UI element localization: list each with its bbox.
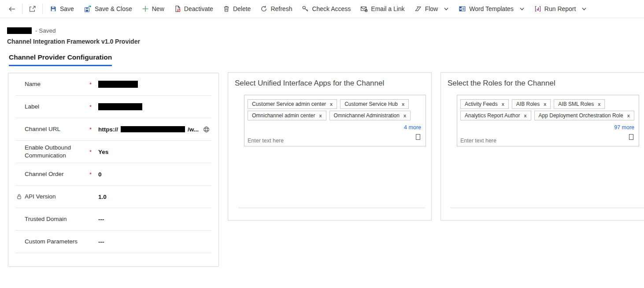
roles-section: Select the Roles for the Channel Activit…	[440, 72, 644, 221]
refresh-label: Refresh	[270, 5, 292, 12]
check-access-button[interactable]: Check Access	[297, 0, 355, 18]
email-a-link-button[interactable]: Email a Link	[355, 0, 409, 18]
apps-multiselect-box[interactable]: Customer Service admin centerx Customer …	[244, 95, 426, 146]
save-button[interactable]: Save	[45, 0, 79, 18]
role-chip: App Deployment Orchestration Rolex	[534, 111, 634, 120]
flow-button[interactable]: Flow	[410, 0, 454, 18]
apps-section-title: Select Unified Interface Apps for the Ch…	[228, 73, 431, 88]
new-button[interactable]: New	[137, 0, 169, 18]
field-label-channel-order: Channel Order	[25, 170, 89, 178]
apps-more-link[interactable]: 4 more	[404, 124, 421, 131]
remove-tag-icon[interactable]: x	[502, 102, 504, 107]
roles-chip-list: Activity Feedsx AIB Rolesx AIB SML Roles…	[457, 95, 639, 120]
open-url-button[interactable]	[203, 126, 210, 133]
search-icon[interactable]	[629, 134, 633, 140]
key-icon	[302, 5, 309, 12]
save-icon	[50, 5, 57, 12]
remove-tag-icon[interactable]: x	[524, 113, 526, 118]
back-button[interactable]	[4, 0, 20, 18]
roles-more-link[interactable]: 97 more	[614, 124, 634, 131]
field-row-api-version: API Version 1.0	[15, 186, 211, 208]
deactivate-button[interactable]: Deactivate	[169, 0, 218, 18]
plus-icon	[142, 5, 149, 12]
remove-tag-icon[interactable]: x	[403, 113, 406, 118]
app-chip-label: Omnichannel Administration	[334, 112, 400, 119]
field-value-channel-order[interactable]: 0	[98, 171, 211, 178]
field-label-channel-url: Channel URL	[25, 125, 89, 133]
remove-tag-icon[interactable]: x	[402, 102, 404, 107]
remove-tag-icon[interactable]: x	[598, 102, 600, 107]
field-row-trusted-domain: Trusted Domain ---	[15, 208, 211, 231]
field-row-label: Label *	[15, 96, 211, 118]
role-chip: AIB SML Rolesx	[554, 99, 605, 109]
unified-interface-apps-section: Select Unified Interface Apps for the Ch…	[228, 72, 432, 221]
field-label-trusted-domain: Trusted Domain	[25, 215, 89, 223]
role-chip: Analytics Report Authorx	[460, 111, 531, 120]
back-arrow-icon	[8, 5, 16, 13]
required-icon: *	[89, 103, 98, 110]
role-chip: AIB Rolesx	[512, 99, 551, 109]
globe-icon	[203, 126, 210, 133]
role-chip-label: AIB SML Roles	[558, 101, 594, 107]
refresh-button[interactable]: Refresh	[255, 0, 297, 18]
app-chip-label: Omnichannel admin center	[252, 112, 315, 119]
roles-search-input[interactable]	[460, 138, 557, 144]
save-and-close-button[interactable]: Save & Close	[79, 0, 137, 18]
required-icon: *	[89, 148, 98, 155]
run-report-button[interactable]: Run Report	[529, 0, 592, 18]
word-templates-label: Word Templates	[469, 5, 514, 12]
remove-tag-icon[interactable]: x	[330, 102, 333, 107]
field-label-custom-parameters: Custom Parameters	[25, 238, 89, 246]
app-chip: Omnichannel admin centerx	[248, 111, 326, 120]
remove-tag-icon[interactable]: x	[627, 113, 630, 118]
role-chip-label: App Deployment Orchestration Role	[539, 112, 623, 119]
remove-tag-icon[interactable]: x	[544, 102, 546, 107]
refresh-icon	[260, 5, 267, 12]
field-row-channel-url: Channel URL * https:///w...	[15, 118, 211, 141]
app-chip: Customer Service Hubx	[340, 99, 409, 109]
field-value-label[interactable]	[98, 103, 211, 110]
roles-multiselect-box[interactable]: Activity Feedsx AIB Rolesx AIB SML Roles…	[457, 95, 639, 146]
field-label-api-version: API Version	[25, 193, 89, 201]
deactivate-label: Deactivate	[184, 5, 213, 12]
app-chip-label: Customer Service Hub	[344, 101, 398, 107]
field-value-channel-url[interactable]: https:///w...	[98, 126, 211, 133]
delete-button[interactable]: Delete	[218, 0, 255, 18]
url-suffix: /w...	[188, 126, 199, 133]
spacer	[89, 242, 98, 242]
tab-strip: Channel Provider Configuration	[9, 53, 112, 66]
word-templates-button[interactable]: Word Templates	[454, 0, 529, 18]
toolbar-divider	[42, 4, 43, 14]
redacted-record-name	[7, 27, 32, 34]
apps-search-input[interactable]	[248, 138, 344, 144]
popout-button[interactable]	[25, 0, 40, 18]
record-header: - Saved Channel Integration Framework v1…	[7, 26, 140, 45]
search-icon[interactable]	[416, 134, 420, 140]
roles-section-title: Select the Roles for the Channel	[441, 73, 644, 88]
app-chip-label: Customer Service admin center	[252, 101, 326, 107]
field-value-custom-parameters[interactable]: ---	[98, 239, 211, 245]
field-row-name: Name *	[15, 73, 211, 96]
required-icon: *	[89, 81, 98, 88]
popout-icon	[29, 5, 36, 13]
redacted-value	[121, 126, 185, 132]
role-chip: Activity Feedsx	[460, 99, 509, 109]
save-label: Save	[60, 5, 74, 12]
required-icon: *	[89, 126, 98, 133]
redacted-value	[98, 103, 142, 110]
check-access-label: Check Access	[312, 5, 351, 12]
field-value-name[interactable]	[98, 81, 211, 88]
role-chip-label: Activity Feeds	[465, 101, 498, 107]
field-row-enable-outbound-communication: Enable Outbound Communication * Yes	[15, 141, 211, 163]
lock-icon	[16, 193, 22, 200]
email-a-link-label: Email a Link	[371, 5, 404, 12]
email-icon	[360, 5, 368, 12]
flow-label: Flow	[425, 5, 438, 12]
field-value-trusted-domain[interactable]: ---	[98, 216, 211, 223]
spacer	[89, 219, 98, 220]
field-value-enable-outbound-communication[interactable]: Yes	[98, 149, 211, 155]
tab-channel-provider-configuration[interactable]: Channel Provider Configuration	[9, 53, 112, 66]
remove-tag-icon[interactable]: x	[319, 113, 322, 118]
redacted-value	[98, 81, 138, 88]
trash-icon	[223, 5, 230, 12]
